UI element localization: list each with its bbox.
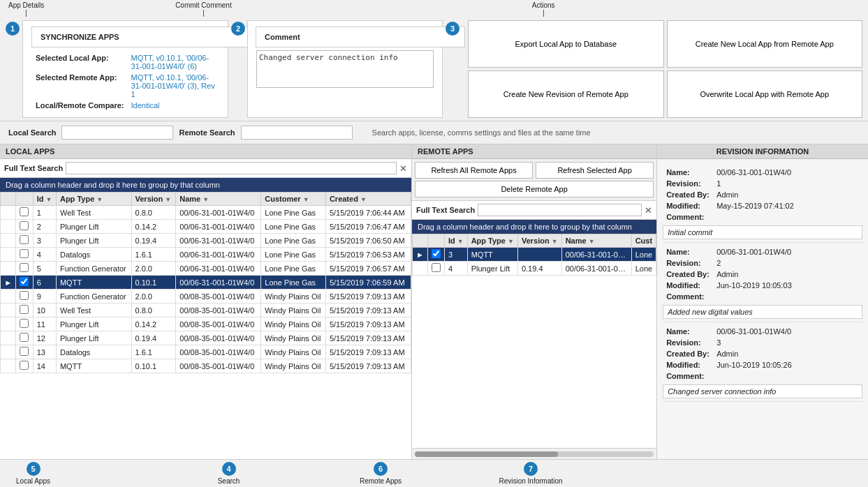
col-apptype[interactable]: App Type ▼ (56, 193, 131, 206)
overwrite-local-btn[interactable]: Overwrite Local App with Remote App (667, 70, 863, 118)
remote-col-version[interactable]: Version ▼ (517, 234, 561, 248)
row-checkbox[interactable] (16, 359, 33, 373)
row-created: 5/15/2019 7:06:53 AM (325, 248, 411, 262)
local-table-row[interactable]: 11 Plunger Lift 0.14.2 00/08-35-001-01W4… (1, 317, 411, 331)
row-version: 0.8.0 (131, 304, 176, 317)
col-id[interactable]: Id ▼ (33, 193, 56, 206)
col-name[interactable]: Name ▼ (176, 193, 261, 206)
local-close-btn[interactable]: ✕ (399, 163, 407, 174)
remote-col-id[interactable]: Id ▼ (444, 234, 467, 248)
row-version: 1.6.1 (131, 248, 176, 262)
remote-search-input[interactable] (241, 126, 353, 140)
rev-modified-label: Modified: (664, 360, 713, 370)
col-version[interactable]: Version ▼ (131, 193, 176, 206)
row-version: 0.14.2 (131, 220, 176, 234)
remote-btn-row2: Delete Remote App (415, 181, 654, 197)
row-checkbox[interactable] (16, 304, 33, 317)
refresh-all-btn[interactable]: Refresh All Remote Apps (415, 162, 533, 179)
create-new-revision-btn[interactable]: Create New Revision of Remote App (468, 70, 664, 118)
row-checkbox[interactable] (16, 206, 33, 220)
row-created: 5/15/2019 7:09:13 AM (325, 345, 411, 359)
rev-revision-value: 1 (714, 179, 796, 188)
remote-close-btn[interactable]: ✕ (645, 205, 652, 216)
local-table-row[interactable]: 12 Plunger Lift 0.19.4 00/08-35-001-01W4… (1, 331, 411, 345)
remote-table-row[interactable]: ► 3 MQTT 00/06-31-001-01W4/0 Lone (413, 248, 656, 262)
local-table-container[interactable]: Id ▼ App Type ▼ Version ▼ Name ▼ Custome… (0, 192, 411, 459)
selected-remote-label: Selected Remote App: (33, 73, 127, 99)
row-created: 5/15/2019 7:09:13 AM (325, 290, 411, 304)
rev-comment-box: Added new digital values (663, 305, 862, 319)
row-apptype: Plunger Lift (56, 331, 131, 345)
remote-apps-panel: REMOTE APPS Refresh All Remote Apps Refr… (412, 144, 657, 459)
remote-row-customer: Lone (631, 248, 656, 262)
row-apptype: Function Generator (56, 262, 131, 276)
local-table-row[interactable]: 13 Datalogs 1.6.1 00/08-35-001-01W4/0 Wi… (1, 345, 411, 359)
delete-remote-btn[interactable]: Delete Remote App (415, 181, 654, 197)
row-created: 5/15/2019 7:06:50 AM (325, 234, 411, 248)
label-3: 3 (446, 22, 459, 36)
refresh-selected-btn[interactable]: Refresh Selected App (536, 162, 654, 179)
row-version: 2.0.0 (131, 262, 176, 276)
row-checkbox[interactable] (16, 345, 33, 359)
row-version: 0.19.4 (131, 331, 176, 345)
row-arrow (1, 248, 16, 262)
local-table-row[interactable]: ► 6 MQTT 0.10.1 00/06-31-001-01W4/0 Lone… (1, 276, 411, 290)
row-checkbox[interactable] (16, 317, 33, 331)
local-table-row[interactable]: 4 Datalogs 1.6.1 00/06-31-001-01W4/0 Lon… (1, 248, 411, 262)
rev-comment-value (714, 371, 794, 381)
export-local-btn[interactable]: Export Local App to Database (468, 20, 664, 68)
remote-btns: Refresh All Remote Apps Refresh Selected… (412, 159, 656, 201)
remote-row-checkbox[interactable] (427, 248, 444, 262)
local-table-row[interactable]: 1 Well Test 0.8.0 00/06-31-001-01W4/0 Lo… (1, 206, 411, 220)
row-apptype: Well Test (56, 206, 131, 220)
remote-table-row[interactable]: 4 Plunger Lift 0.19.4 00/06-31-001-01W4/… (413, 262, 656, 276)
row-name: 00/06-31-001-01W4/0 (176, 262, 261, 276)
col-customer[interactable]: Customer ▼ (261, 193, 326, 206)
row-customer: Lone Pine Gas (261, 262, 326, 276)
row-customer: Windy Plains Oil (261, 359, 326, 373)
comment-textarea[interactable] (256, 50, 434, 88)
create-new-local-btn[interactable]: Create New Local App from Remote App (667, 20, 863, 68)
row-checkbox[interactable] (16, 276, 33, 290)
row-checkbox[interactable] (16, 220, 33, 234)
remote-fulltext-input[interactable] (478, 204, 642, 216)
row-checkbox[interactable] (16, 331, 33, 345)
local-table-row[interactable]: 3 Plunger Lift 0.19.4 00/06-31-001-01W4/… (1, 234, 411, 248)
local-table-row[interactable]: 10 Well Test 0.8.0 00/08-35-001-01W4/0 W… (1, 304, 411, 317)
remote-table-container[interactable]: Id ▼ App Type ▼ Version ▼ Name ▼ Cust ► … (412, 234, 656, 448)
row-checkbox[interactable] (16, 290, 33, 304)
local-table-row[interactable]: 14 MQTT 0.10.1 00/08-35-001-01W4/0 Windy… (1, 359, 411, 373)
row-name: 00/06-31-001-01W4/0 (176, 276, 261, 290)
remote-row-arrow (413, 262, 428, 276)
remote-col-cust[interactable]: Cust (631, 234, 656, 248)
remote-col-name[interactable]: Name ▼ (561, 234, 631, 248)
row-customer: Windy Plains Oil (261, 331, 326, 345)
rev-modified-label: Modified: (664, 280, 713, 290)
rev-modified-value: May-15-2019 07:41:02 (714, 201, 796, 211)
local-table-row[interactable]: 2 Plunger Lift 0.14.2 00/06-31-001-01W4/… (1, 220, 411, 234)
row-arrow (1, 206, 16, 220)
col-created[interactable]: Created ▼ (325, 193, 411, 206)
remote-row-checkbox[interactable] (427, 262, 444, 276)
selected-remote-value: MQTT, v0.10.1, '00/06-31-001-01W4/0' (3)… (128, 73, 218, 99)
row-name: 00/06-31-001-01W4/0 (176, 206, 261, 220)
local-table-row[interactable]: 5 Function Generator 2.0.0 00/06-31-001-… (1, 262, 411, 276)
row-checkbox[interactable] (16, 234, 33, 248)
row-apptype: MQTT (56, 359, 131, 373)
local-search-input[interactable] (61, 126, 173, 140)
row-arrow (1, 345, 16, 359)
label-6: 6 (374, 462, 388, 476)
rev-createdby-value: Admin (714, 269, 794, 279)
row-created: 5/15/2019 7:06:59 AM (325, 276, 411, 290)
local-fulltext-input[interactable] (66, 162, 397, 174)
remote-col-apptype[interactable]: App Type ▼ (467, 234, 517, 248)
remote-row-apptype: Plunger Lift (467, 262, 517, 276)
row-checkbox[interactable] (16, 248, 33, 262)
row-id: 11 (33, 317, 56, 331)
row-id: 2 (33, 220, 56, 234)
row-checkbox[interactable] (16, 262, 33, 276)
local-apps-header: LOCAL APPS (0, 144, 411, 159)
bottom-section: LOCAL APPS Full Text Search ✕ Drag a col… (0, 144, 868, 459)
rev-createdby-value: Admin (714, 349, 794, 359)
local-table-row[interactable]: 9 Function Generator 2.0.0 00/08-35-001-… (1, 290, 411, 304)
